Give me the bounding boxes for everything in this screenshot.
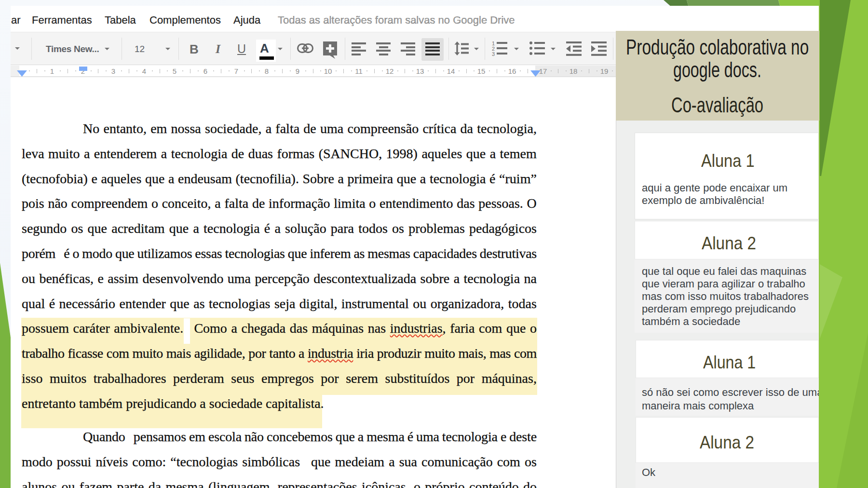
svg-text:3: 3 xyxy=(492,51,495,56)
